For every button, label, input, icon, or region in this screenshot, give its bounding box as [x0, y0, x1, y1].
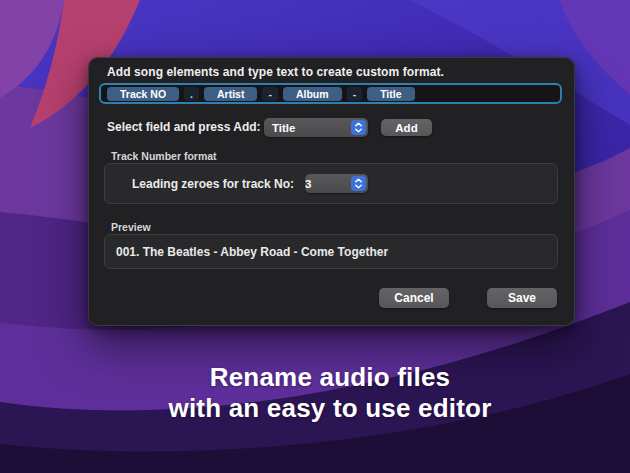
format-token-track-no[interactable]: Track NO: [107, 87, 179, 101]
format-separator: -: [262, 87, 278, 101]
leading-zeroes-value: 3: [305, 178, 311, 190]
instruction-text: Add song elements and type text to creat…: [107, 65, 444, 79]
caption-line-1: Rename audio files: [30, 362, 630, 393]
preview-group-title: Preview: [111, 221, 151, 233]
format-separator: -: [347, 87, 363, 101]
add-button[interactable]: Add: [381, 119, 432, 136]
track-number-group-title: Track Number format: [111, 150, 217, 162]
format-token-album[interactable]: Album: [283, 87, 342, 101]
format-separator: .: [184, 87, 199, 101]
save-button[interactable]: Save: [487, 288, 557, 308]
format-token-artist[interactable]: Artist: [204, 87, 257, 101]
chevron-up-down-icon: [351, 176, 366, 191]
preview-filename-text: 001. The Beatles - Abbey Road - Come Tog…: [116, 245, 388, 259]
field-dropdown[interactable]: Title: [264, 118, 368, 137]
cancel-button[interactable]: Cancel: [379, 288, 449, 308]
format-token-field[interactable]: Track NO . Artist - Album - Title: [99, 83, 562, 104]
leading-zeroes-label: Leading zeroes for track No:: [132, 177, 294, 191]
track-number-group-box: Leading zeroes for track No: 3: [104, 163, 558, 204]
screenshot-root: Add song elements and type text to creat…: [0, 0, 630, 473]
chevron-up-down-icon: [351, 120, 366, 135]
marketing-caption: Rename audio files with an easy to use e…: [30, 362, 630, 424]
caption-line-2: with an easy to use editor: [30, 393, 630, 424]
format-token-title[interactable]: Title: [367, 87, 414, 101]
field-dropdown-value: Title: [264, 122, 295, 134]
leading-zeroes-dropdown[interactable]: 3: [305, 174, 368, 193]
preview-box: 001. The Beatles - Abbey Road - Come Tog…: [104, 234, 558, 269]
rename-format-dialog: Add song elements and type text to creat…: [88, 57, 575, 326]
select-field-label: Select field and press Add:: [107, 120, 261, 134]
